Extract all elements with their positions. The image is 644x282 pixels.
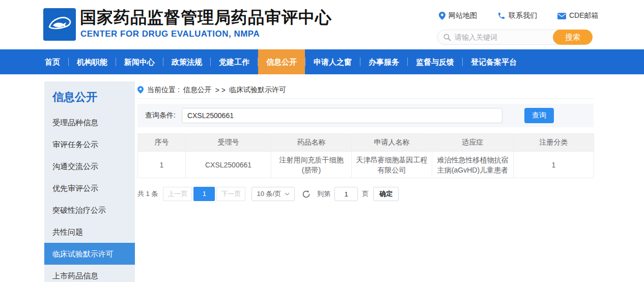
nav-item-party-building[interactable]: 党建工作 <box>211 49 258 74</box>
breadcrumb-section[interactable]: 信息公开 <box>183 86 212 95</box>
nav-item-policies[interactable]: 政策法规 <box>163 49 210 74</box>
sidebar-item-review-task-publicity[interactable]: 审评任务公示 <box>44 133 135 155</box>
search-icon <box>443 34 451 41</box>
page-number-button[interactable]: 1 <box>193 187 215 201</box>
main-nav: 首页机构职能新闻中心政策法规党建工作信息公开申请人之窗办事服务监督与反馈登记备案… <box>0 49 644 74</box>
nav-item-services[interactable]: 办事服务 <box>360 49 407 74</box>
pagination-total: 共 1 条 <box>137 189 158 199</box>
envelope-icon <box>557 13 566 19</box>
logo-swoosh-icon <box>47 14 72 35</box>
sidebar-item-clinical-trial-implied-license[interactable]: 临床试验默示许可 <box>44 243 135 265</box>
phone-icon <box>497 12 506 20</box>
nav-item-news[interactable]: 新闻中心 <box>116 49 163 74</box>
refresh-icon[interactable] <box>302 190 311 199</box>
goto-page-input[interactable] <box>334 187 358 201</box>
column-header: 适应症 <box>432 134 514 152</box>
breadcrumb: 当前位置 : 信息公开 > > 临床试验默示许可 <box>137 81 594 99</box>
nav-item-info-disclosure[interactable]: 信息公开 <box>258 49 305 74</box>
sidebar-item-breakthrough-therapy-publicity[interactable]: 突破性治疗公示 <box>44 199 135 221</box>
sidebar-items: 受理品种信息审评任务公示沟通交流公示优先审评公示突破性治疗公示共性问题临床试验默… <box>44 111 135 282</box>
sidebar: 信息公开 受理品种信息审评任务公示沟通交流公示优先审评公示突破性治疗公示共性问题… <box>44 81 135 282</box>
page-size-value: 10 条/页 <box>257 189 281 199</box>
column-header: 药品名称 <box>271 134 352 152</box>
quicklink-label: 网站地图 <box>449 11 477 20</box>
results-table: 序号受理号药品名称申请人名称适应症注册分类1CXSL2500661注射用间充质干… <box>137 133 594 178</box>
cde-logo <box>43 8 76 41</box>
query-bar: 查询条件: 查询 <box>137 104 594 127</box>
search-input[interactable] <box>455 33 553 41</box>
chevron-down-icon <box>285 192 290 195</box>
page: 国家药品监督管理局药品审评中心 CENTER FOR DRUG EVALUATI… <box>0 0 644 282</box>
column-header: 序号 <box>138 134 186 152</box>
sidebar-title: 信息公开 <box>44 81 135 111</box>
breadcrumb-separator: > > <box>215 86 226 94</box>
table-cell: 天津昂赛细胞基因工程有限公司 <box>352 152 432 178</box>
column-header: 受理号 <box>186 134 271 152</box>
sidebar-item-accepted-variety-info[interactable]: 受理品种信息 <box>44 111 135 133</box>
quicklink-site-map[interactable]: 网站地图 <box>439 11 477 20</box>
prev-page-button[interactable]: 上一页 <box>163 187 192 201</box>
location-pin-icon <box>439 12 445 20</box>
nav-item-home[interactable]: 首页 <box>37 49 68 74</box>
quicklink-contact-us[interactable]: 联系我们 <box>497 11 537 20</box>
breadcrumb-current[interactable]: 临床试验默示许可 <box>229 86 286 95</box>
table-cell: 注射用间充质干细胞(脐带) <box>271 152 352 178</box>
confirm-button[interactable]: 确定 <box>373 187 399 201</box>
table-cell: 1 <box>514 152 594 178</box>
sidebar-item-priority-review-publicity[interactable]: 优先审评公示 <box>44 177 135 199</box>
nav-item-supervision-feedback[interactable]: 监督与反馈 <box>408 49 462 74</box>
sidebar-item-common-issues[interactable]: 共性问题 <box>44 221 135 243</box>
next-page-button[interactable]: 下一页 <box>216 187 245 201</box>
column-header: 申请人名称 <box>352 134 432 152</box>
table-cell: 1 <box>138 152 186 178</box>
site-subtitle: CENTER FOR DRUG EVALUATION, NMPA <box>80 29 260 39</box>
breadcrumb-prefix: 当前位置 : <box>147 86 180 95</box>
goto-page-label: 到第 <box>317 189 330 199</box>
table-cell: 难治性急性移植物抗宿主病(aGvHD)儿童患者 <box>432 152 514 178</box>
nav-item-registration-platform[interactable]: 登记备案平台 <box>463 49 525 74</box>
header-quick-links: 网站地图联系我们CDE邮箱 <box>439 11 599 20</box>
site-title: 国家药品监督管理局药品审评中心 <box>80 7 332 29</box>
nav-item-organization[interactable]: 机构职能 <box>69 49 116 74</box>
sidebar-item-marketed-drug-info[interactable]: 上市药品信息 <box>44 265 135 282</box>
table-row: 1CXSL2500661注射用间充质干细胞(脐带)天津昂赛细胞基因工程有限公司难… <box>138 152 594 178</box>
header-search-bar: 搜索 <box>437 30 593 45</box>
query-button[interactable]: 查询 <box>524 108 554 123</box>
page-size-select[interactable]: 10 条/页 <box>251 187 295 201</box>
quicklink-cde-mail[interactable]: CDE邮箱 <box>557 11 599 20</box>
main-content: 当前位置 : 信息公开 > > 临床试验默示许可 查询条件: 查询 序号受理号药… <box>137 81 594 201</box>
site-header: 国家药品监督管理局药品审评中心 CENTER FOR DRUG EVALUATI… <box>0 0 644 49</box>
nav-item-applicant-window[interactable]: 申请人之窗 <box>305 49 360 74</box>
quicklink-label: CDE邮箱 <box>569 11 599 20</box>
query-label: 查询条件: <box>145 111 176 120</box>
column-header: 注册分类 <box>514 134 594 152</box>
query-input[interactable] <box>182 108 502 123</box>
location-pin-icon <box>137 86 144 94</box>
goto-page-unit: 页 <box>362 189 369 199</box>
pagination: 共 1 条 上一页 1 下一页 10 条/页 到第 页 确定 <box>137 187 594 201</box>
table-cell: CXSL2500661 <box>186 152 271 178</box>
search-button[interactable]: 搜索 <box>553 30 593 45</box>
table-header-row: 序号受理号药品名称申请人名称适应症注册分类 <box>138 134 594 152</box>
sidebar-item-communication-publicity[interactable]: 沟通交流公示 <box>44 155 135 177</box>
quicklink-label: 联系我们 <box>509 11 537 20</box>
